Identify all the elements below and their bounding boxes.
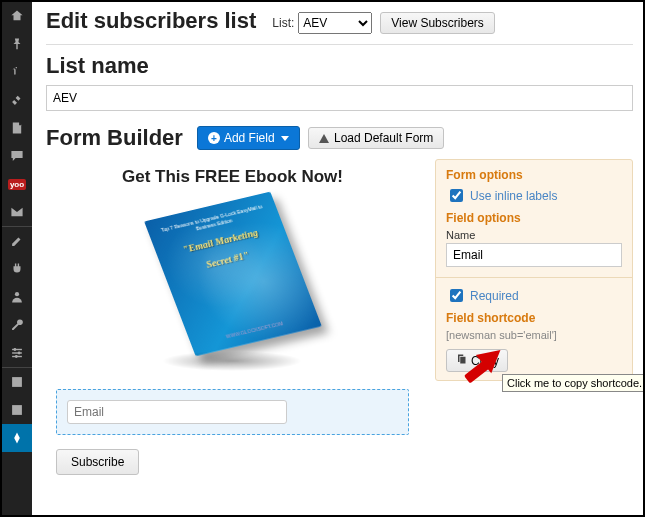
svg-rect-7 <box>12 377 22 387</box>
caret-down-icon <box>281 136 289 141</box>
sidebar-item-settings[interactable] <box>2 339 32 367</box>
svg-rect-8 <box>12 405 22 415</box>
field-name-label: Name <box>446 229 622 241</box>
required-label[interactable]: Required <box>470 289 519 303</box>
svg-point-0 <box>15 292 19 296</box>
inline-labels-label[interactable]: Use inline labels <box>470 189 557 203</box>
sidebar-item-pages[interactable] <box>2 114 32 142</box>
list-name-heading: List name <box>46 53 633 79</box>
email-input[interactable] <box>67 400 287 424</box>
add-field-label: Add Field <box>224 131 275 145</box>
sidebar-item-pin[interactable] <box>2 30 32 58</box>
list-select[interactable]: AEV <box>298 12 372 34</box>
sidebar-item-dashboard[interactable] <box>2 2 32 30</box>
ebook-topline: Top 7 Reasons to Upgrade G-Lock EasyMail… <box>157 203 268 240</box>
form-preview: Get This FREE Ebook Now! Top 7 Reasons t… <box>46 159 423 475</box>
sidebar-item-appearance[interactable] <box>2 227 32 255</box>
inline-labels-row[interactable]: Use inline labels <box>446 186 622 205</box>
ebook-ribbon-2: Secret #1" <box>204 250 250 270</box>
load-default-button[interactable]: Load Default Form <box>308 127 445 149</box>
ebook-image: Top 7 Reasons to Upgrade G-Lock EasyMail… <box>158 199 308 369</box>
sidebar-item-tools[interactable] <box>2 311 32 339</box>
sidebar-item-links[interactable] <box>2 86 32 114</box>
sidebar-item-contact[interactable] <box>2 198 32 226</box>
sidebar-item-generic-b[interactable] <box>2 396 32 424</box>
svg-point-5 <box>18 352 21 355</box>
page-title: Edit subscribers list <box>46 8 256 34</box>
email-field-block[interactable] <box>56 389 409 435</box>
list-name-input[interactable] <box>46 85 633 111</box>
form-preview-title: Get This FREE Ebook Now! <box>46 167 419 187</box>
field-shortcode-heading: Field shortcode <box>446 311 622 325</box>
form-options-heading: Form options <box>446 168 622 182</box>
load-default-label: Load Default Form <box>334 131 433 145</box>
form-builder-heading: Form Builder <box>46 125 183 151</box>
add-field-button[interactable]: + Add Field <box>197 126 300 150</box>
field-options-heading: Field options <box>446 211 622 225</box>
admin-sidebar: yoo <box>2 2 32 515</box>
list-label: List: <box>272 16 294 30</box>
subscribe-button[interactable]: Subscribe <box>56 449 139 475</box>
sidebar-item-users[interactable] <box>2 283 32 311</box>
required-row[interactable]: Required <box>446 286 622 305</box>
warning-icon <box>319 134 329 143</box>
sidebar-item-comments[interactable] <box>2 142 32 170</box>
copy-tooltip: Click me to copy shortcode. <box>502 374 645 392</box>
svg-point-4 <box>14 348 17 351</box>
sidebar-item-newsman[interactable] <box>2 424 32 452</box>
field-name-input[interactable] <box>446 243 622 267</box>
sidebar-item-plugins[interactable] <box>2 255 32 283</box>
sidebar-item-yoo[interactable]: yoo <box>2 170 32 198</box>
annotation-arrow <box>460 346 504 390</box>
main-content: Edit subscribers list List: AEV View Sub… <box>32 2 643 515</box>
required-checkbox[interactable] <box>450 289 463 302</box>
inline-labels-checkbox[interactable] <box>450 189 463 202</box>
sidebar-item-media[interactable] <box>2 58 32 86</box>
ebook-ribbon-1: "Email Marketing <box>181 227 259 254</box>
shortcode-value: [newsman sub='email'] <box>446 329 622 341</box>
sidebar-item-generic-a[interactable] <box>2 368 32 396</box>
svg-point-6 <box>15 355 18 358</box>
view-subscribers-button[interactable]: View Subscribers <box>380 12 494 34</box>
ebook-site: WWW.GLOCKSOFT.COM <box>224 320 283 339</box>
plus-icon: + <box>208 132 220 144</box>
